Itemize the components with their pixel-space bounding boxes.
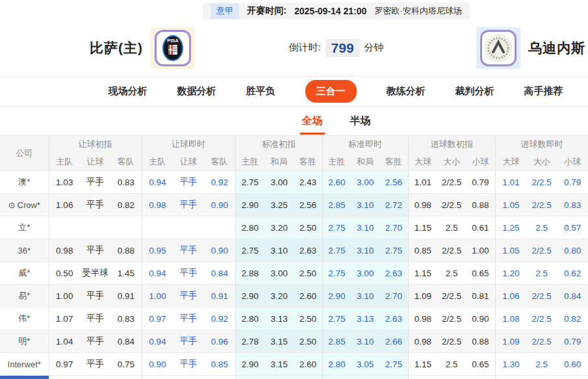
odds-cell: 2.75 [379,239,408,262]
odds-cell: 3.15 [264,330,294,353]
odds-cell: 2.60 [294,353,322,376]
page: 意甲 开赛时间: 2025-09-14 21:00 罗密欧·安科内塔尼球场 比萨… [0,0,588,379]
odds-cell: 2.56 [294,194,322,216]
odds-cell: 2.85 [322,194,351,216]
odds-cell: 0.94 [142,330,173,353]
odds-cell [495,376,526,379]
odds-cell: 平手 [80,353,110,376]
odds-cell: 0.91 [204,285,235,307]
group-header-handicap-initial: 让球初指 [49,136,142,153]
nav-tab-win-draw-lose[interactable]: 胜平负 [246,85,275,98]
odds-cell: 平手 [80,171,110,194]
col-header-goals-live-1: 大小 [526,153,557,171]
odds-cell: 2/2.5 [437,194,466,216]
odds-row: 36*0.98平手0.880.95平手0.902.753.102.632.753… [0,239,588,262]
odds-cell: 3.10 [351,330,379,353]
nav-tab-expert-picks[interactable]: 高手推荐 [524,85,563,98]
odds-cell: 平手 [173,171,204,194]
odds-cell: 1.04 [49,330,80,353]
nav-tab-data-analysis[interactable]: 数据分析 [177,85,216,98]
odds-cell: 0.94 [142,171,173,194]
away-team-name: 乌迪内斯 [528,39,585,57]
top-bar: 意甲 开赛时间: 2025-09-14 21:00 罗密欧·安科内塔尼球场 [0,0,588,20]
odds-cell: 3.20 [264,285,294,307]
odds-row: 明*1.04平手0.840.94平手0.962.783.152.502.853.… [0,330,588,353]
odds-cell: 0.60 [557,353,588,376]
odds-cell: 2.75 [322,239,351,262]
odds-row: Interwet*0.97平手0.750.90平手0.852.903.152.6… [0,353,588,376]
odds-cell: 0.83 [110,171,142,194]
odds-cell [173,376,204,379]
odds-cell [173,216,204,239]
odds-cell: 0.96 [204,330,235,353]
odds-cell: 2.66 [379,330,408,353]
odds-cell: 2/2.5 [526,307,557,330]
col-header-goals-initial-0: 大球 [408,153,437,171]
odds-cell [351,376,379,379]
group-header-goals-initial: 进球数初指 [408,136,495,153]
odds-cell [80,216,110,239]
odds-cell: 2.50 [294,307,322,330]
nav-tab-coach-analysis[interactable]: 教练分析 [387,85,426,98]
odds-row: 易*1.00平手0.911.00平手0.912.903.202.602.903.… [0,285,588,307]
col-header-goals-initial-1: 大小 [437,153,466,171]
odds-cell: 平手 [80,239,110,262]
away-team: 乌迪内斯 [476,27,585,69]
team-header: 比萨(主) PISA 倒计时: 799 分钟 [0,20,588,77]
odds-cell: 2.5 [526,262,557,285]
odds-cell: 0.90 [204,194,235,216]
odds-cell: 2.75 [235,171,264,194]
odds-row: 立*2.803.202.502.753.102.701.152.50.611.2… [0,216,588,239]
odds-cell [110,376,142,379]
odds-cell: 2.75 [322,262,351,285]
header-groups-row: 公司让球初指让球即时标准初指标准即时进球数初指进球数即时 [0,136,588,153]
scope-tab-half-match[interactable]: 半场 [350,114,371,128]
odds-cell: 2.75 [322,307,351,330]
away-team-logo [480,30,517,66]
header-cols-row: 主队让球客队主队让球客队主胜和局客胜主胜和局客胜大球大小小球大球大小小球 [0,153,588,171]
odds-cell [80,376,110,379]
nav-tab-live-analysis[interactable]: 现场分析 [109,85,147,98]
odds-cell: 2.56 [379,171,408,194]
odds-cell [379,376,408,379]
countdown: 倒计时: 799 分钟 [288,39,383,57]
nav-tab-three-in-one[interactable]: 三合一 [305,80,357,103]
odds-cell: 0.65 [466,262,495,285]
countdown-value: 799 [326,39,360,57]
col-header-handicap-live-0: 主队 [142,153,173,171]
scope-tab-full-match[interactable]: 全场 [302,114,323,128]
odds-cell: 2/2.5 [526,171,557,194]
odds-cell: 2.60 [322,171,351,194]
odds-cell: 2.78 [235,330,264,353]
odds-cell: 3.20 [264,216,294,239]
odds-cell [264,376,294,379]
company-cell: 澳* [0,171,49,194]
odds-cell: 2/2.5 [437,307,466,330]
company-cell: 威* [0,262,49,285]
odds-cell: 0.81 [466,285,495,307]
company-cell: 明* [0,330,49,353]
group-header-1x2-live: 标准即时 [322,136,408,153]
col-header-handicap-live-1: 让球 [173,153,204,171]
odds-cell: 2.90 [235,194,264,216]
nav-tab-referee-analysis[interactable]: 裁判分析 [455,85,494,98]
odds-cell: 2.5 [526,216,557,239]
countdown-unit: 分钟 [364,42,384,54]
league-badge[interactable]: 意甲 [211,3,239,19]
odds-cell: 3.00 [351,262,379,285]
odds-cell: 0.83 [110,307,142,330]
col-header-goals-initial-2: 小球 [466,153,495,171]
home-team-logo: PISA [155,30,191,66]
odds-cell: 2/2.5 [526,239,557,262]
match-info-bar: 意甲 开赛时间: 2025-09-14 21:00 罗密欧·安科内塔尼球场 [203,3,469,20]
odds-cell: 2/2.5 [437,330,466,353]
odds-cell: 3.10 [264,239,294,262]
odds-row: 威*0.50受半球1.450.94平手0.842.883.002.502.753… [0,262,588,285]
home-logo-patch: PISA [151,27,195,69]
company-cell: 伟* [0,307,49,330]
countdown-label: 倒计时: [288,42,320,54]
odds-cell: 0.98 [408,194,437,216]
odds-cell: 2.90 [235,353,264,376]
odds-cell: 2.63 [294,239,322,262]
odds-cell: 2.63 [379,307,408,330]
